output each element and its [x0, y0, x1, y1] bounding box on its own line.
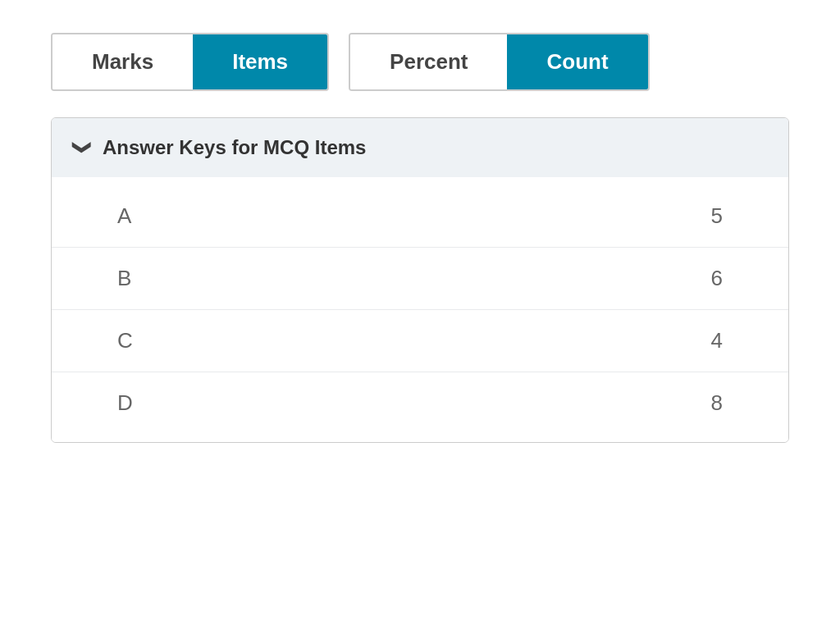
main-container: Marks Items Percent Count ❯ Answer Keys … — [51, 33, 789, 443]
row-label: A — [117, 203, 131, 229]
row-value: 5 — [711, 203, 723, 229]
toggle-groups: Marks Items Percent Count — [51, 33, 789, 91]
row-value: 4 — [711, 328, 723, 353]
row-label: C — [117, 328, 133, 353]
table-row: C4 — [52, 310, 788, 372]
row-value: 6 — [711, 266, 723, 291]
percent-btn[interactable]: Percent — [350, 34, 507, 89]
chevron-down-icon: ❯ — [71, 140, 93, 155]
table-row: D8 — [52, 372, 788, 434]
items-btn[interactable]: Items — [193, 34, 327, 89]
table-row: B6 — [52, 248, 788, 310]
marks-btn[interactable]: Marks — [52, 34, 193, 89]
marks-items-toggle-group: Marks Items — [51, 33, 329, 91]
section-header[interactable]: ❯ Answer Keys for MCQ Items — [52, 118, 788, 177]
row-label: B — [117, 266, 131, 291]
row-label: D — [117, 390, 133, 416]
section-container: ❯ Answer Keys for MCQ Items A5B6C4D8 — [51, 117, 789, 443]
percent-count-toggle-group: Percent Count — [349, 33, 649, 91]
section-body: A5B6C4D8 — [52, 177, 788, 442]
section-title: Answer Keys for MCQ Items — [103, 136, 366, 159]
table-row: A5 — [52, 185, 788, 248]
count-btn[interactable]: Count — [507, 34, 647, 89]
row-value: 8 — [711, 390, 723, 416]
